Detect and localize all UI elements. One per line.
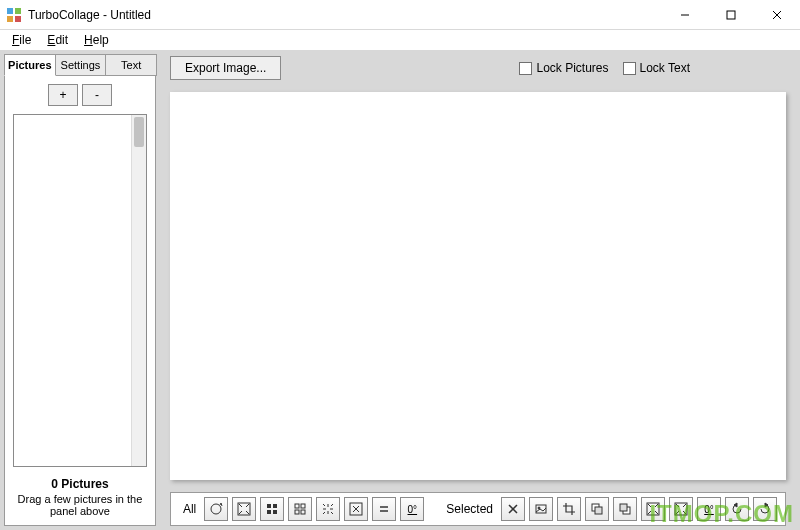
lock-pictures-checkbox[interactable]: Lock Pictures [519, 61, 608, 75]
svg-rect-25 [592, 504, 599, 511]
svg-line-22 [509, 505, 517, 513]
rotate-ccw-icon[interactable] [725, 497, 749, 521]
svg-rect-16 [295, 510, 299, 514]
main-area: Pictures Settings Text + - 0 Pictures Dr… [0, 50, 800, 530]
lock-text-label: Lock Text [640, 61, 690, 75]
pictures-panel: + - 0 Pictures Drag a few pictures in th… [4, 75, 156, 526]
scrollbar-thumb[interactable] [134, 117, 144, 147]
close-button[interactable] [754, 0, 800, 30]
svg-rect-27 [623, 507, 630, 514]
menu-file[interactable]: File [4, 31, 39, 49]
svg-rect-18 [350, 503, 362, 515]
rotate-cw-icon[interactable] [753, 497, 777, 521]
svg-rect-10 [267, 504, 271, 508]
fit-icon[interactable] [232, 497, 256, 521]
svg-rect-5 [727, 11, 735, 19]
grid-4b-icon[interactable] [288, 497, 312, 521]
selected-label: Selected [446, 502, 493, 516]
svg-point-24 [538, 507, 540, 509]
grid-4-icon[interactable] [260, 497, 284, 521]
svg-rect-28 [620, 504, 627, 511]
svg-rect-9 [238, 503, 250, 515]
maximize-button[interactable] [708, 0, 754, 30]
canvas-wrap [164, 88, 796, 486]
svg-rect-0 [7, 8, 13, 14]
equal-icon[interactable] [372, 497, 396, 521]
delete-selected-icon[interactable] [501, 497, 525, 521]
arrows-out-icon[interactable] [316, 497, 340, 521]
svg-rect-13 [273, 510, 277, 514]
svg-line-21 [509, 505, 517, 513]
svg-point-8 [211, 504, 221, 514]
top-toolbar: Export Image... Lock Pictures Lock Text [170, 54, 790, 82]
picture-count-label: 0 Pictures [13, 477, 147, 491]
tab-text[interactable]: Text [105, 54, 157, 76]
send-back-icon[interactable] [585, 497, 609, 521]
checkbox-box [623, 62, 636, 75]
arrows-out2-icon[interactable] [344, 497, 368, 521]
all-label: All [183, 502, 196, 516]
svg-rect-2 [7, 16, 13, 22]
svg-rect-17 [301, 510, 305, 514]
collage-canvas[interactable] [170, 92, 786, 480]
checkbox-box [519, 62, 532, 75]
tab-settings[interactable]: Settings [55, 54, 107, 76]
tabs: Pictures Settings Text [4, 54, 156, 76]
export-image-button[interactable]: Export Image... [170, 56, 281, 80]
lock-text-checkbox[interactable]: Lock Text [623, 61, 690, 75]
svg-rect-14 [295, 504, 299, 508]
picture-list[interactable] [13, 114, 147, 467]
svg-rect-3 [15, 16, 21, 22]
window-controls [662, 0, 800, 30]
fit2-icon[interactable] [641, 497, 665, 521]
zero-degree-selected-button[interactable]: 0° [697, 497, 721, 521]
tab-pictures[interactable]: Pictures [4, 54, 56, 76]
svg-rect-1 [15, 8, 21, 14]
svg-rect-12 [267, 510, 271, 514]
titlebar: TurboCollage - Untitled [0, 0, 800, 30]
bring-front-icon[interactable] [613, 497, 637, 521]
minimize-button[interactable] [662, 0, 708, 30]
rotate-all-icon[interactable] [204, 497, 228, 521]
svg-rect-30 [675, 503, 687, 515]
add-picture-button[interactable]: + [48, 84, 78, 106]
zero-degree-all-button[interactable]: 0° [400, 497, 424, 521]
fit3-icon[interactable] [669, 497, 693, 521]
crop-icon[interactable] [557, 497, 581, 521]
menu-help[interactable]: Help [76, 31, 117, 49]
picture-hint-label: Drag a few pictures in the panel above [13, 493, 147, 517]
svg-rect-23 [536, 505, 546, 513]
lock-pictures-label: Lock Pictures [536, 61, 608, 75]
image-icon[interactable] [529, 497, 553, 521]
right-panel: Export Image... Lock Pictures Lock Text … [164, 54, 796, 526]
svg-rect-11 [273, 504, 277, 508]
remove-picture-button[interactable]: - [82, 84, 112, 106]
menu-edit[interactable]: Edit [39, 31, 76, 49]
window-title: TurboCollage - Untitled [28, 8, 151, 22]
app-icon [6, 7, 22, 23]
svg-rect-15 [301, 504, 305, 508]
left-panel: Pictures Settings Text + - 0 Pictures Dr… [4, 54, 156, 526]
menu-bar: File Edit Help [0, 30, 800, 50]
svg-rect-26 [595, 507, 602, 514]
bottom-toolbar: All [170, 492, 786, 526]
svg-rect-29 [647, 503, 659, 515]
